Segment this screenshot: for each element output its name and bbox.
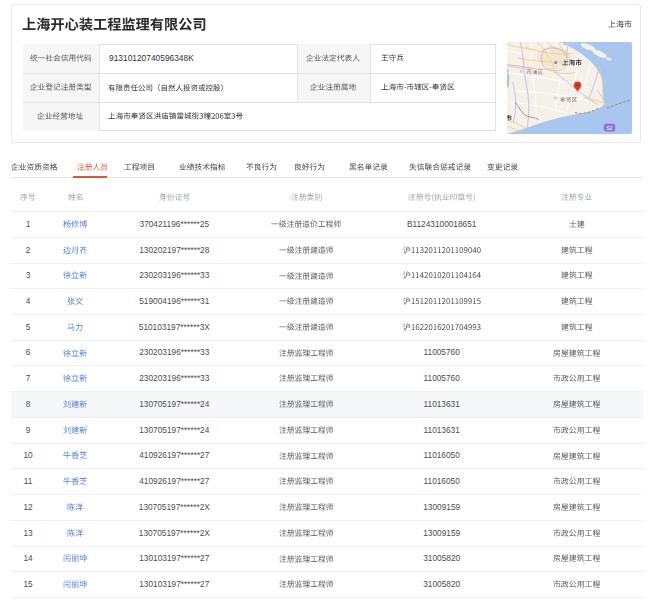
svg-text:S2: S2 bbox=[606, 125, 612, 131]
